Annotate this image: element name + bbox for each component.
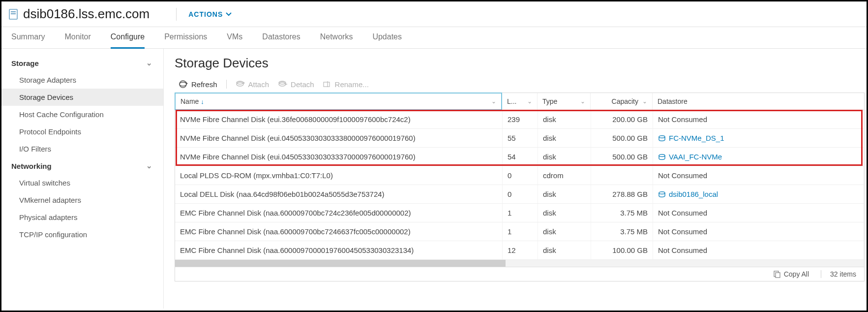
cell-lun: 54 [503, 148, 538, 166]
actions-label: ACTIONS [188, 10, 223, 18]
datastore-link[interactable]: FC-NVMe_DS_1 [658, 134, 724, 142]
sidebar-item-storage-devices[interactable]: Storage Devices [1, 89, 163, 106]
cell-type: disk [538, 204, 591, 222]
cell-type: disk [538, 129, 591, 147]
table-row[interactable]: Local DELL Disk (naa.64cd98f06eb01b0024a… [175, 185, 864, 204]
cell-lun: 0 [503, 166, 538, 185]
scrollbar-thumb[interactable] [175, 260, 506, 267]
sidebar-section-networking[interactable]: Networking⌄ [1, 157, 163, 174]
cell-capacity: 500.00 GB [591, 148, 653, 166]
table-row[interactable]: NVMe Fibre Channel Disk (eui.04505330303… [175, 129, 864, 148]
svg-point-14 [659, 191, 665, 194]
refresh-button[interactable]: Refresh [176, 80, 220, 89]
cell-lun: 12 [503, 241, 538, 259]
cell-type: disk [538, 241, 591, 259]
col-header-type[interactable]: Type ⌄ [538, 93, 591, 110]
chevron-down-icon: ⌄ [146, 59, 152, 67]
chevron-down-icon: ⌄ [580, 98, 585, 105]
cell-capacity: 500.00 GB [591, 129, 653, 147]
cell-datastore: Not Consumed [653, 166, 864, 185]
col-ds-label: Datastore [658, 97, 688, 105]
rename-icon [323, 81, 332, 88]
datastore-link[interactable]: dsib0186_local [658, 190, 718, 198]
sidebar-item-i-o-filters[interactable]: I/O Filters [1, 140, 163, 157]
datastore-value: Not Consumed [658, 171, 707, 180]
table-row[interactable]: EMC Fibre Channel Disk (naa.600009700bc7… [175, 204, 864, 222]
tab-monitor[interactable]: Monitor [64, 27, 90, 49]
copy-icon [773, 270, 781, 278]
horizontal-scrollbar[interactable] [175, 260, 864, 267]
cell-datastore: Not Consumed [653, 110, 864, 128]
tab-bar: SummaryMonitorConfigurePermissionsVMsDat… [1, 27, 867, 49]
svg-rect-16 [776, 273, 780, 278]
cell-capacity: 278.88 GB [591, 185, 653, 203]
cell-datastore: FC-NVMe_DS_1 [653, 129, 864, 147]
cell-name: NVMe Fibre Channel Disk (eui.04505330303… [175, 129, 503, 147]
tab-updates[interactable]: Updates [372, 27, 402, 49]
cell-capacity: 100.00 GB [591, 241, 653, 259]
detach-button[interactable]: Detach [275, 80, 317, 89]
tab-summary[interactable]: Summary [11, 27, 45, 49]
sidebar-section-storage[interactable]: Storage⌄ [1, 55, 163, 71]
cell-datastore: VAAI_FC-NVMe [653, 148, 864, 166]
table-row[interactable]: NVMe Fibre Channel Disk (eui.36fe0068000… [175, 110, 864, 129]
chevron-down-icon: ⌄ [642, 98, 647, 105]
tab-networks[interactable]: Networks [320, 27, 353, 49]
sidebar-item-storage-adapters[interactable]: Storage Adapters [1, 71, 163, 89]
cell-type: disk [538, 110, 591, 128]
tab-vms[interactable]: VMs [227, 27, 242, 49]
sidebar: Storage⌄Storage AdaptersStorage DevicesH… [1, 49, 164, 309]
cell-type: disk [538, 222, 591, 241]
sidebar-item-virtual-switches[interactable]: Virtual switches [1, 174, 163, 191]
tab-permissions[interactable]: Permissions [164, 27, 207, 49]
attach-label: Attach [248, 80, 269, 89]
attach-button[interactable]: Attach [233, 80, 272, 89]
sidebar-item-host-cache-configuration[interactable]: Host Cache Configuration [1, 106, 163, 123]
cell-lun: 1 [503, 222, 538, 241]
datastore-link[interactable]: VAAI_FC-NVMe [658, 153, 722, 161]
sidebar-item-physical-adapters[interactable]: Physical adapters [1, 209, 163, 226]
section-label: Storage [11, 59, 39, 67]
table-row[interactable]: EMC Fibre Channel Disk (naa.600009700bc7… [175, 222, 864, 241]
col-header-lun[interactable]: L... ⌄ [502, 93, 538, 110]
cell-datastore: Not Consumed [653, 222, 864, 241]
sidebar-item-tcp-ip-configuration[interactable]: TCP/IP configuration [1, 226, 163, 243]
cell-name: EMC Fibre Channel Disk (naa.600009700bc7… [175, 204, 503, 222]
datastore-name: FC-NVMe_DS_1 [669, 134, 724, 142]
sort-ascending-icon: ↓ [201, 98, 204, 105]
col-header-datastore[interactable]: Datastore [653, 93, 864, 110]
table-row[interactable]: EMC Fibre Channel Disk (naa.600009700001… [175, 241, 864, 260]
actions-menu[interactable]: ACTIONS [188, 10, 232, 18]
rename-button[interactable]: Rename... [320, 80, 372, 89]
page-title: dsib0186.lss.emc.com [23, 6, 150, 22]
table-row[interactable]: Local PLDS CD-ROM (mpx.vmhba1:C0:T7:L0)0… [175, 166, 864, 185]
cell-capacity: 200.00 GB [591, 110, 653, 128]
sidebar-item-vmkernel-adapters[interactable]: VMkernel adapters [1, 191, 163, 209]
cell-type: disk [538, 185, 591, 203]
datastore-name: VAAI_FC-NVMe [669, 153, 722, 161]
copy-all-button[interactable]: Copy All [770, 270, 812, 278]
col-cap-label: Capacity [612, 97, 638, 105]
separator [226, 80, 227, 89]
table-row[interactable]: NVMe Fibre Channel Disk (eui.04505330303… [175, 148, 864, 166]
col-name-label: Name [180, 97, 199, 105]
tab-configure[interactable]: Configure [111, 27, 145, 49]
detach-label: Detach [291, 80, 314, 89]
detach-icon [278, 80, 288, 88]
sidebar-item-protocol-endpoints[interactable]: Protocol Endpoints [1, 123, 163, 140]
chevron-down-icon: ⌄ [491, 98, 496, 105]
svg-rect-1 [11, 11, 16, 12]
cell-capacity: 3.75 MB [591, 222, 653, 241]
cell-capacity [591, 166, 653, 185]
tab-datastores[interactable]: Datastores [262, 27, 300, 49]
toolbar: Refresh Attach Detach Rename... [175, 78, 865, 93]
refresh-icon [179, 80, 188, 89]
cell-lun: 55 [503, 129, 538, 147]
cell-lun: 1 [503, 204, 538, 222]
datastore-value: Not Consumed [658, 209, 707, 217]
col-header-capacity[interactable]: Capacity ⌄ [591, 93, 653, 110]
divider [176, 8, 177, 21]
col-header-name[interactable]: Name ↓ ⌄ [175, 93, 502, 110]
svg-rect-10 [324, 82, 329, 87]
cell-datastore: Not Consumed [653, 241, 864, 259]
